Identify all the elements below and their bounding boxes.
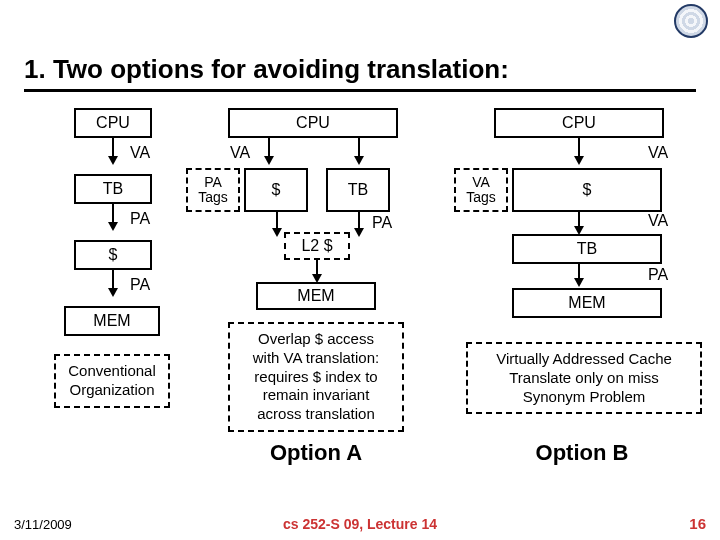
optA-patags-box: PA Tags bbox=[186, 168, 240, 212]
optB-tb-box: TB bbox=[512, 234, 662, 264]
optA-note: Overlap $ access with VA translation: re… bbox=[228, 322, 404, 432]
conv-arrow-cpu-tb bbox=[112, 138, 114, 158]
optB-cache-box: $ bbox=[512, 168, 662, 212]
conv-tb-box: TB bbox=[74, 174, 152, 204]
optB-pa-label: PA bbox=[640, 266, 676, 284]
footer-page: 16 bbox=[689, 515, 706, 532]
optB-arrow-cpu-cache bbox=[578, 138, 580, 158]
conv-pa2-label: PA bbox=[120, 276, 160, 294]
optB-heading: Option B bbox=[494, 440, 670, 466]
optB-va2-label: VA bbox=[640, 212, 676, 230]
conv-arrowhead-1 bbox=[108, 156, 118, 165]
optB-va-label: VA bbox=[640, 144, 676, 162]
optA-ah-l2-r bbox=[354, 228, 364, 237]
diagram-area: CPU VA TB PA $ PA MEM Conventional Organ… bbox=[0, 100, 720, 496]
optA-ah-l2-l bbox=[272, 228, 282, 237]
optB-ah-cpu-cache bbox=[574, 156, 584, 165]
optA-va-label: VA bbox=[222, 144, 258, 162]
conv-arrowhead-2 bbox=[108, 222, 118, 231]
optA-ah-cpu-r bbox=[354, 156, 364, 165]
slide-title: 1. Two options for avoiding translation: bbox=[24, 54, 696, 92]
conv-arrow-cache-mem bbox=[112, 270, 114, 290]
optA-cache-box: $ bbox=[244, 168, 308, 212]
conv-arrowhead-3 bbox=[108, 288, 118, 297]
optA-tb-box: TB bbox=[326, 168, 390, 212]
optB-mem-box: MEM bbox=[512, 288, 662, 318]
optB-vatags-box: VA Tags bbox=[454, 168, 508, 212]
optB-cpu-box: CPU bbox=[494, 108, 664, 138]
optA-arrow-cpu-l bbox=[268, 138, 270, 158]
optA-heading: Option A bbox=[228, 440, 404, 466]
conv-arrow-tb-cache bbox=[112, 204, 114, 224]
conv-va-label: VA bbox=[120, 144, 160, 162]
optB-note: Virtually Addressed Cache Translate only… bbox=[466, 342, 702, 414]
optA-mem-box: MEM bbox=[256, 282, 376, 310]
optB-ah-tb-mem bbox=[574, 278, 584, 287]
optA-cpu-box: CPU bbox=[228, 108, 398, 138]
footer-mid: cs 252-S 09, Lecture 14 bbox=[0, 516, 720, 532]
optA-l2-box: L2 $ bbox=[284, 232, 350, 260]
conv-cache-box: $ bbox=[74, 240, 152, 270]
optA-pa-label: PA bbox=[364, 214, 400, 232]
conv-cpu-box: CPU bbox=[74, 108, 152, 138]
conv-pa1-label: PA bbox=[120, 210, 160, 228]
optA-arrow-cpu-r bbox=[358, 138, 360, 158]
seal-icon bbox=[674, 4, 708, 38]
conv-mem-box: MEM bbox=[64, 306, 160, 336]
conv-caption: Conventional Organization bbox=[54, 354, 170, 408]
optA-ah-cpu-l bbox=[264, 156, 274, 165]
